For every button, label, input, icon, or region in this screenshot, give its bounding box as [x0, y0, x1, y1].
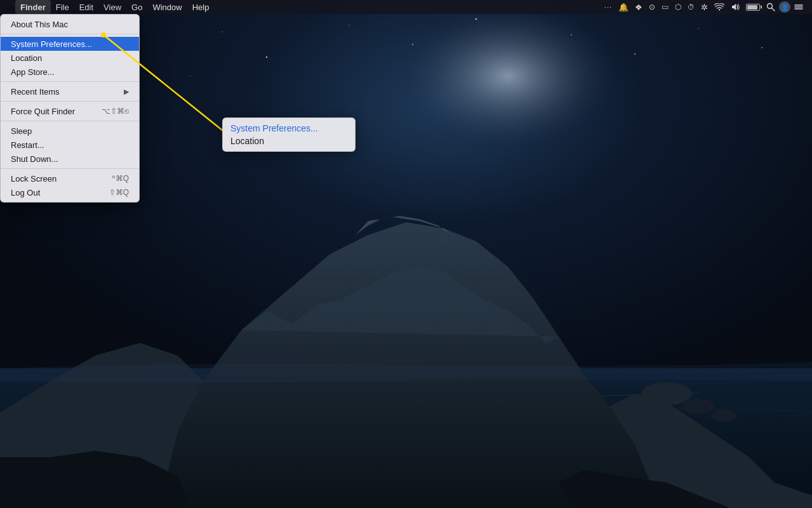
menubar-left: Finder File Edit View Go Window Help: [3, 0, 214, 14]
svg-point-5: [349, 25, 350, 26]
menu-separator-1: [1, 34, 139, 34]
menubar-view[interactable]: View: [98, 0, 126, 14]
menu-item-restart[interactable]: Restart...: [1, 138, 139, 152]
menu-item-log-out[interactable]: Log Out ⇧⌘Q: [1, 185, 139, 199]
bluetooth-icon[interactable]: ✲: [698, 0, 710, 14]
airplay-icon[interactable]: ▭: [659, 0, 671, 14]
svg-point-11: [190, 76, 190, 76]
menu-item-shut-down[interactable]: Shut Down...: [1, 152, 139, 166]
notification-icon[interactable]: 🔔: [616, 0, 631, 14]
svg-point-3: [222, 31, 223, 32]
apple-menu-dropdown: About This Mac System Preferences... Loc…: [0, 14, 140, 203]
timemachine-icon[interactable]: ⏱: [685, 0, 697, 14]
force-quit-shortcut: ⌥⇧⌘⎋: [102, 107, 129, 116]
menu-item-force-quit[interactable]: Force Quit Finder ⌥⇧⌘⎋: [1, 104, 139, 118]
menu-item-system-prefs[interactable]: System Preferences...: [1, 37, 139, 51]
dots-icon[interactable]: ···: [602, 0, 615, 14]
menu-item-location[interactable]: Location: [1, 51, 139, 65]
svg-point-1: [394, 0, 622, 152]
menu-separator-3: [1, 101, 139, 102]
tooltip-line-1: System Preferences...: [230, 122, 347, 135]
submenu-arrow: ▶: [124, 88, 129, 96]
tooltip-popup: System Preferences... Location: [222, 117, 356, 152]
svg-point-9: [698, 28, 699, 29]
tooltip-line-2: Location: [230, 135, 347, 147]
menubar: Finder File Edit View Go Window Help ···…: [0, 0, 812, 14]
menubar-right: ··· 🔔 ❖ ⊙ ▭ ⬡ ⏱ ✲: [602, 0, 809, 14]
menu-item-app-store[interactable]: App Store...: [1, 65, 139, 79]
battery-icon[interactable]: [743, 0, 762, 14]
user-avatar[interactable]: 👤: [779, 1, 790, 13]
menubar-edit[interactable]: Edit: [74, 0, 98, 14]
svg-point-10: [761, 47, 762, 48]
sound-icon[interactable]: [728, 0, 742, 14]
photo-icon[interactable]: ⬡: [672, 0, 684, 14]
log-out-shortcut: ⇧⌘Q: [109, 188, 129, 197]
screenrecord-icon[interactable]: ⊙: [646, 0, 658, 14]
menu-separator-4: [1, 121, 139, 121]
menubar-go[interactable]: Go: [126, 0, 147, 14]
menubar-window[interactable]: Window: [147, 0, 187, 14]
apple-menu-trigger[interactable]: [3, 0, 15, 14]
svg-point-4: [266, 57, 267, 58]
svg-point-6: [412, 44, 413, 45]
menu-item-lock-screen[interactable]: Lock Screen ^⌘Q: [1, 171, 139, 185]
menubar-help[interactable]: Help: [187, 0, 215, 14]
svg-point-7: [571, 34, 572, 36]
menu-item-recent-items[interactable]: Recent Items ▶: [1, 84, 139, 98]
search-icon[interactable]: [764, 0, 778, 14]
wifi-icon[interactable]: [712, 0, 727, 14]
menu-item-about[interactable]: About This Mac: [1, 17, 139, 31]
menu-separator-2: [1, 81, 139, 82]
menubar-file[interactable]: File: [51, 0, 74, 14]
svg-line-18: [772, 8, 775, 11]
menu-item-sleep[interactable]: Sleep: [1, 124, 139, 138]
svg-point-15: [682, 399, 714, 414]
menu-separator-5: [1, 168, 139, 169]
dropbox-icon[interactable]: ❖: [632, 0, 645, 14]
control-center-icon[interactable]: [792, 0, 806, 14]
svg-point-12: [476, 18, 477, 20]
menubar-finder[interactable]: Finder: [15, 0, 51, 14]
svg-point-14: [641, 382, 692, 405]
svg-point-8: [634, 53, 636, 55]
lock-screen-shortcut: ^⌘Q: [112, 174, 129, 183]
svg-point-16: [711, 410, 736, 422]
